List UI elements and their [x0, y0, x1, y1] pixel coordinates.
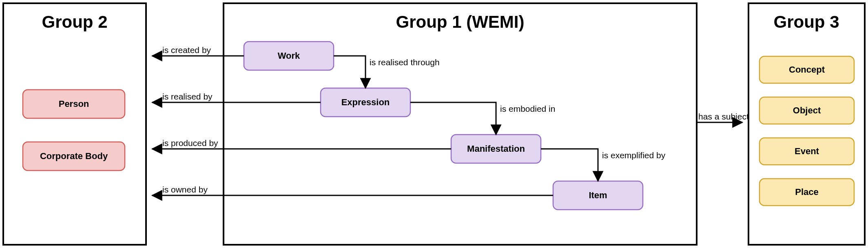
- entity-item: Item: [553, 181, 643, 210]
- group-1-title: Group 1 (WEMI): [396, 12, 525, 31]
- entity-expression: Expression: [321, 88, 410, 117]
- entity-person-label: Person: [59, 99, 89, 109]
- entity-object: Object: [760, 97, 854, 124]
- entity-work: Work: [244, 42, 334, 70]
- label-realised-through: is realised through: [370, 58, 440, 67]
- entity-manifestation-label: Manifestation: [467, 144, 525, 154]
- group-2-container: Group 2 Person Corporate Body: [3, 3, 146, 245]
- label-exemplified-by: is exemplified by: [602, 151, 666, 160]
- label-created-by: is created by: [162, 45, 211, 55]
- entity-concept: Concept: [760, 56, 854, 83]
- label-produced-by: is produced by: [162, 138, 218, 148]
- label-embodied-in: is embodied in: [500, 104, 555, 113]
- entity-corporate-body: Corporate Body: [23, 142, 125, 170]
- group-3-title: Group 3: [773, 12, 839, 31]
- entity-event-label: Event: [795, 146, 819, 156]
- label-owned-by: is owned by: [162, 185, 208, 194]
- entity-concept-label: Concept: [789, 64, 825, 75]
- entity-object-label: Object: [793, 105, 821, 115]
- entity-place: Place: [760, 179, 854, 206]
- entity-event: Event: [760, 138, 854, 165]
- label-realised-by: is realised by: [162, 92, 213, 101]
- entity-place-label: Place: [795, 187, 819, 197]
- group-2-title: Group 2: [42, 12, 107, 31]
- label-has-subject: has a subject: [698, 112, 749, 121]
- entity-item-label: Item: [589, 190, 607, 200]
- entity-person: Person: [23, 90, 125, 118]
- entity-manifestation: Manifestation: [451, 135, 541, 163]
- group-1-container: Group 1 (WEMI) Work Expression Manifesta…: [224, 3, 697, 245]
- entity-expression-label: Expression: [341, 97, 390, 107]
- entity-work-label: Work: [278, 51, 300, 61]
- group-2-box: [3, 3, 146, 245]
- entity-corporate-label: Corporate Body: [40, 151, 108, 161]
- group-3-container: Group 3 Concept Object Event Place: [748, 3, 865, 245]
